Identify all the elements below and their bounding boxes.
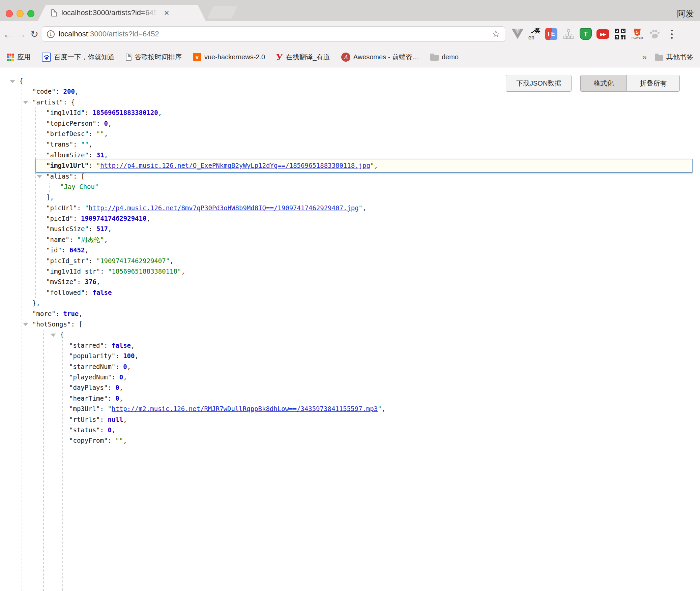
json-token: "picId_str" — [46, 257, 89, 265]
json-token: : — [100, 416, 108, 423]
json-token: , — [146, 215, 150, 222]
json-line: "copyFrom": "", — [0, 435, 700, 446]
json-line: "picId_str": "19097417462929407", — [0, 256, 700, 266]
collapse-triangle-icon[interactable] — [51, 334, 56, 337]
json-token: : — [77, 204, 85, 212]
traffic-lights — [6, 10, 34, 17]
download-json-button[interactable]: 下载JSON数据 — [506, 75, 572, 92]
awesomes-icon: A — [341, 53, 350, 62]
json-token: 0 — [104, 120, 108, 127]
profile-name[interactable]: 阿发 — [677, 8, 694, 19]
json-token: : — [89, 130, 96, 137]
json-line: "followed": false — [0, 287, 700, 298]
bookmark-vue-hackernews[interactable]: v vue-hackernews-2.0 — [193, 53, 265, 61]
tampermonkey-icon[interactable]: T — [579, 27, 592, 41]
json-token: 19097417462929410 — [81, 215, 146, 222]
json-line: "picId": 19097417462929410, — [0, 213, 700, 224]
reload-button[interactable]: ↻ — [27, 21, 42, 47]
json-token: "周杰伦" — [77, 236, 104, 243]
json-token: 0 — [115, 384, 119, 391]
json-token: : — [104, 342, 112, 349]
translate-icon[interactable]: 英 en — [528, 28, 541, 40]
json-url-link[interactable]: http://p4.music.126.net/8mv7qP30Pd3oHW8b… — [89, 204, 359, 212]
json-token: , — [85, 246, 88, 254]
json-token: : — [96, 120, 104, 127]
json-token: 200 — [63, 88, 75, 95]
collapse-all-button[interactable]: 折叠所有 — [627, 75, 680, 92]
collapse-triangle-icon[interactable] — [23, 323, 28, 326]
page-icon — [51, 9, 57, 17]
bookmarks-overflow-icon[interactable]: » — [642, 53, 647, 62]
collapse-triangle-icon[interactable] — [10, 80, 15, 83]
json-token: : — [85, 109, 92, 116]
json-token: "status" — [69, 426, 100, 434]
json-token: , — [123, 416, 127, 423]
json-token: "" — [96, 130, 104, 137]
json-token: , — [374, 162, 378, 169]
json-token: : — [108, 437, 115, 444]
collapse-triangle-icon[interactable] — [23, 101, 28, 104]
tab-close-icon[interactable]: × — [164, 8, 169, 17]
new-tab-button[interactable] — [207, 6, 238, 19]
minimize-window-button[interactable] — [17, 10, 24, 17]
html5-player-icon[interactable]: 5 PLAYER — [631, 27, 644, 41]
view-mode-group: 格式化 折叠所有 — [580, 75, 680, 92]
json-token: " — [370, 162, 374, 169]
json-token: : [ — [73, 173, 85, 180]
folder-icon — [430, 55, 439, 61]
json-line: "hearTime": 0, — [0, 393, 700, 404]
format-button[interactable]: 格式化 — [580, 75, 627, 92]
apps-grid-icon — [7, 54, 14, 61]
json-token: : — [89, 162, 96, 169]
json-token: : — [100, 405, 108, 412]
json-token: 31 — [96, 151, 104, 159]
other-bookmarks-folder[interactable]: 其他书签 — [655, 53, 693, 62]
bookmark-google-sort[interactable]: 谷歌按时间排序 — [126, 53, 182, 62]
json-token: , — [75, 88, 79, 95]
browser-tab[interactable]: localhost:3000/artists?id=645 × — [38, 5, 206, 21]
json-token: : — [100, 268, 108, 275]
vue-devtools-icon[interactable] — [511, 27, 524, 41]
bookmark-awesomes[interactable]: A Awesomes - 前端资… — [341, 53, 419, 62]
browser-menu-icon[interactable] — [665, 27, 678, 41]
bookmark-folder-demo[interactable]: demo — [430, 53, 459, 61]
json-line: "playedNum": 0, — [0, 372, 700, 382]
bookmark-star-icon[interactable]: ☆ — [492, 29, 500, 39]
json-tree: {"code": 200,"artist": {"img1v1Id": 1856… — [0, 67, 700, 591]
json-token: "picId" — [46, 215, 73, 222]
json-token: : — [77, 278, 85, 285]
address-bar[interactable]: i localhost:3000/artists?id=6452 ☆ — [42, 26, 505, 42]
bookmark-youdao[interactable]: У 在线翻译_有道 — [276, 53, 330, 62]
close-window-button[interactable] — [6, 10, 13, 17]
site-info-icon[interactable]: i — [47, 30, 55, 38]
json-url-link[interactable]: http://p4.music.126.net/Q_ExePNkmgB2yWyL… — [100, 162, 370, 169]
qrcode-icon[interactable] — [614, 27, 626, 41]
json-token: , — [108, 225, 112, 232]
json-token: "id" — [46, 246, 62, 254]
json-token: "img1v1Id" — [46, 109, 85, 116]
json-token: "rtUrls" — [69, 416, 100, 423]
json-url-link[interactable]: http://m2.music.126.net/RMJR7wDullRqppBk… — [112, 405, 378, 412]
fe-extension-icon[interactable]: FE — [545, 27, 558, 41]
json-token: "copyFrom" — [69, 437, 108, 444]
bookmark-apps[interactable]: 应用 — [7, 53, 31, 62]
json-token: , — [158, 109, 162, 116]
json-token: "popularity" — [69, 352, 115, 360]
collapse-triangle-icon[interactable] — [37, 175, 42, 178]
json-token: : — [56, 88, 63, 95]
json-token: , — [89, 141, 92, 148]
forward-button[interactable]: → — [13, 21, 28, 47]
vue-bookmark-icon: v — [193, 53, 201, 61]
json-token: : — [89, 257, 96, 265]
json-token: "Jay Chou" — [60, 183, 98, 190]
json-token: : — [115, 363, 123, 370]
json-token: : [ — [71, 320, 82, 328]
maximize-window-button[interactable] — [27, 10, 34, 17]
bookmark-baidu[interactable]: 百度一下，你就知道 — [42, 53, 115, 62]
paw-extension-icon[interactable] — [648, 27, 661, 41]
video-speed-icon[interactable]: ▶▶ — [596, 27, 609, 41]
sitemap-icon[interactable] — [562, 27, 575, 41]
tab-strip: localhost:3000/artists?id=645 × 阿发 — [0, 0, 700, 21]
folder-icon — [655, 55, 663, 61]
page-content: 下载JSON数据 格式化 折叠所有 {"code": 200,"artist":… — [0, 67, 700, 591]
